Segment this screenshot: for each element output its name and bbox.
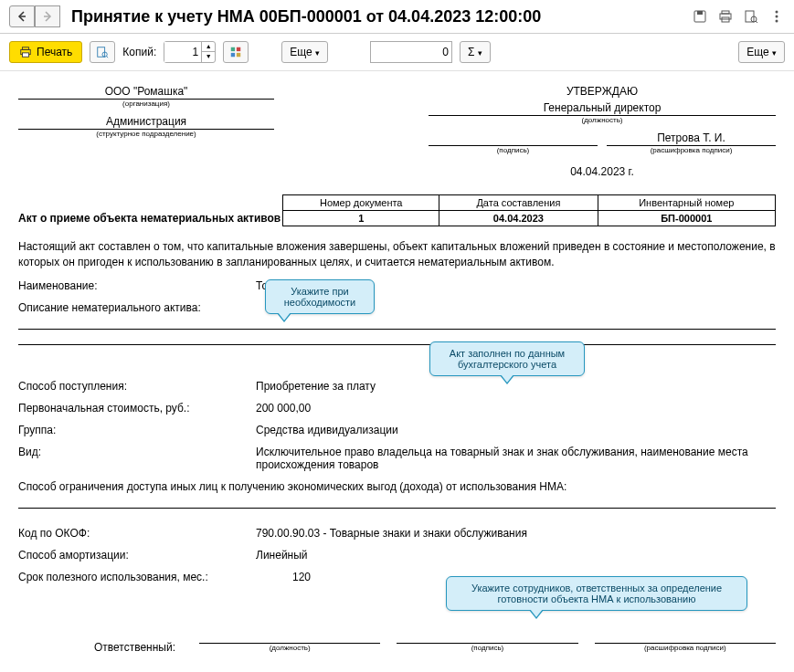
printer-icon — [19, 46, 32, 58]
copies-label: Копий: — [122, 46, 156, 58]
callout-3: Укажите сотрудников, ответственных за оп… — [446, 576, 747, 611]
svg-rect-15 — [231, 47, 235, 51]
td-doc-date: 04.04.2023 — [439, 211, 598, 226]
preview-icon[interactable] — [743, 8, 759, 25]
sigma-button[interactable]: Σ ▾ — [460, 41, 491, 63]
acq-label: Способ поступления: — [18, 380, 256, 393]
group-value: Средства идивидуализации — [256, 424, 776, 436]
approve-sign-field: (подпись) — [429, 131, 598, 154]
okof-label: Код по ОКОФ: — [18, 527, 256, 540]
desc-line — [18, 317, 776, 330]
okof-value: 790.00.90.03 - Товарные знаки и знаки об… — [256, 527, 776, 540]
amort-value: Линейный — [256, 549, 776, 562]
acq-value: Приобретение за плату — [256, 380, 776, 393]
preview-button[interactable] — [90, 41, 115, 63]
resp-name-field: (расшифровка подписи) — [595, 629, 776, 652]
approve-signer-field: Петрова Т. И. (расшифровка подписи) — [607, 131, 776, 154]
svg-point-7 — [776, 11, 778, 14]
page-title: Принятие к учету НМА 00БП-000001 от 04.0… — [71, 7, 692, 26]
group-label: Группа: — [18, 424, 256, 436]
svg-point-9 — [776, 20, 778, 23]
desc-line-2 — [18, 332, 776, 345]
template-button[interactable] — [223, 41, 249, 63]
print-button-label: Печать — [37, 46, 72, 58]
restrict-line — [18, 496, 776, 509]
kind-value: Исключительное право владельца на товарн… — [256, 446, 776, 471]
resp-position-field: (должность) — [199, 629, 380, 652]
more-button-2[interactable]: Еще ▾ — [738, 41, 785, 63]
approve-date: 04.04.2023 г. — [429, 165, 776, 178]
th-doc-date: Дата составления — [439, 195, 598, 211]
intro-paragraph: Настоящий акт составлен о том, что капит… — [18, 239, 776, 270]
cost-label: Первоначальная стоимость, руб.: — [18, 402, 256, 415]
th-doc-number: Номер документа — [283, 195, 439, 211]
act-info-table: Номер документа Дата составления Инвента… — [282, 194, 776, 226]
copies-input[interactable] — [164, 42, 201, 62]
dept-field: Администрация (структурное подразделение… — [18, 115, 274, 138]
svg-rect-12 — [23, 53, 29, 57]
resp-sign-field: (подпись) — [397, 629, 577, 652]
svg-rect-16 — [237, 47, 240, 51]
svg-rect-1 — [697, 11, 703, 15]
org-field: ООО "Ромашка" (организация) — [18, 85, 274, 108]
callout-1: Укажите при необходимости — [265, 279, 375, 314]
save-icon[interactable] — [692, 8, 708, 25]
forward-button[interactable] — [35, 5, 60, 27]
act-title: Акт о приеме объекта нематериальных акти… — [18, 212, 282, 226]
td-inv-number: БП-000001 — [598, 211, 775, 226]
position-field: Генеральный директор (должность) — [429, 101, 776, 124]
responsible-label: Ответственный: — [18, 641, 183, 654]
more-icon[interactable] — [768, 8, 785, 25]
callout-2: Акт заполнен по данным бухгалтерского уч… — [429, 341, 585, 376]
life-label: Срок полезного использования, мес.: — [18, 571, 292, 583]
print-button[interactable]: Печать — [9, 41, 82, 63]
td-doc-number: 1 — [283, 211, 439, 226]
desc-label: Описание нематериального актива: — [18, 301, 256, 314]
amort-label: Способ амортизации: — [18, 549, 256, 562]
spinner-down[interactable]: ▼ — [202, 52, 215, 62]
back-button[interactable] — [9, 5, 35, 27]
more-button-1[interactable]: Еще ▾ — [281, 41, 328, 63]
th-inv-number: Инвентарный номер — [598, 195, 775, 211]
sum-display: 0 — [370, 41, 452, 63]
svg-point-8 — [776, 16, 778, 18]
copies-spinner[interactable]: ▲ ▼ — [164, 41, 216, 63]
print-icon[interactable] — [717, 8, 734, 25]
svg-rect-18 — [237, 53, 240, 57]
spinner-up[interactable]: ▲ — [202, 42, 215, 52]
cost-value: 200 000,00 — [256, 402, 776, 415]
approve-label: УТВЕРЖДАЮ — [429, 85, 776, 98]
restrict-label: Способ ограничения доступа иных лиц к по… — [18, 480, 776, 493]
name-label: Наименование: — [18, 279, 256, 292]
svg-rect-17 — [231, 53, 235, 57]
kind-label: Вид: — [18, 446, 256, 471]
